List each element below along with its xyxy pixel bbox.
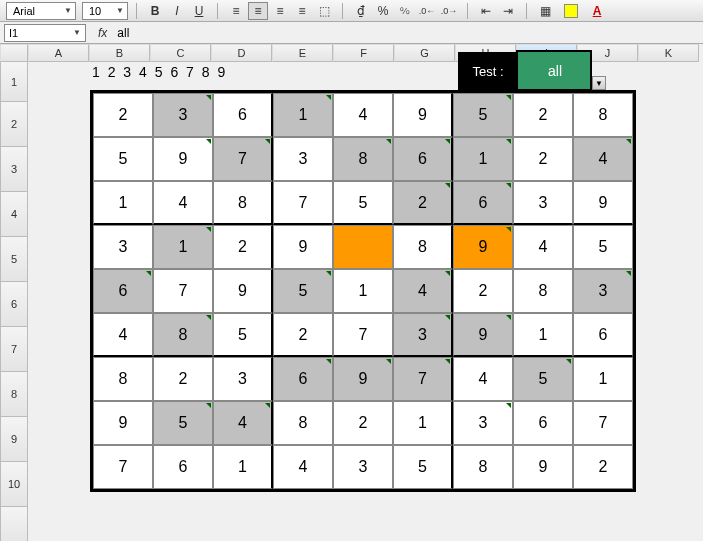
sudoku-cell[interactable]: 2 [273,313,333,357]
sudoku-cell[interactable]: 5 [573,225,633,269]
increase-indent-button[interactable]: ⇥ [498,2,518,20]
sudoku-cell[interactable]: 9 [393,93,453,137]
sudoku-cell[interactable]: 8 [213,181,273,225]
sudoku-cell[interactable]: 9 [513,445,573,489]
sudoku-cell[interactable]: 7 [213,137,273,181]
sudoku-cell[interactable]: 8 [333,137,393,181]
sudoku-cell[interactable]: 9 [153,137,213,181]
sudoku-cell[interactable]: 9 [573,181,633,225]
standard-button[interactable]: ⁰⁄₀ [395,2,415,20]
column-header[interactable]: F [333,44,394,62]
select-all-corner[interactable] [0,44,28,62]
row-header[interactable]: 10 [0,462,28,507]
column-header[interactable]: E [272,44,333,62]
column-header[interactable]: B [89,44,150,62]
add-decimal-button[interactable]: .0← [417,2,437,20]
row-header[interactable]: 7 [0,327,28,372]
remove-decimal-button[interactable]: .0→ [439,2,459,20]
sudoku-cell[interactable]: 8 [93,357,153,401]
validation-dropdown-arrow[interactable]: ▼ [592,76,606,90]
italic-button[interactable]: I [167,2,187,20]
row-header[interactable] [0,507,28,541]
sudoku-cell[interactable]: 9 [273,225,333,269]
row-header[interactable]: 6 [0,282,28,327]
sudoku-cell[interactable]: 6 [93,269,153,313]
sudoku-cell[interactable]: 1 [513,313,573,357]
sudoku-cell[interactable]: 1 [273,93,333,137]
sudoku-cell[interactable]: 4 [273,445,333,489]
sudoku-cell[interactable]: 2 [513,93,573,137]
sudoku-cell[interactable]: 6 [513,401,573,445]
sudoku-cell[interactable]: 7 [93,445,153,489]
percent-button[interactable]: % [373,2,393,20]
sudoku-cell[interactable]: 6 [213,93,273,137]
column-header[interactable]: G [394,44,455,62]
font-name-combo[interactable]: Arial ▼ [6,2,76,20]
underline-button[interactable]: U [189,2,209,20]
column-header[interactable]: C [150,44,211,62]
sudoku-cell[interactable]: 8 [453,445,513,489]
sudoku-cell[interactable]: 3 [273,137,333,181]
sudoku-cell[interactable]: 3 [513,181,573,225]
test-value-cell[interactable]: all [518,52,592,90]
sudoku-cell[interactable]: 7 [333,313,393,357]
sudoku-cell[interactable]: 3 [333,445,393,489]
row-header[interactable]: 5 [0,237,28,282]
sudoku-cell[interactable]: 9 [453,225,513,269]
row-header[interactable]: 4 [0,192,28,237]
sudoku-cell[interactable]: 8 [153,313,213,357]
sudoku-cell[interactable]: 8 [273,401,333,445]
align-right-button[interactable]: ≡ [270,2,290,20]
name-box[interactable]: I1 ▼ [4,24,86,42]
sudoku-cell[interactable]: 5 [93,137,153,181]
sudoku-cell[interactable]: 5 [153,401,213,445]
sudoku-cell[interactable]: 5 [213,313,273,357]
sudoku-cell[interactable] [333,225,393,269]
sudoku-cell[interactable]: 6 [453,181,513,225]
sudoku-cell[interactable]: 6 [573,313,633,357]
sudoku-cell[interactable]: 2 [453,269,513,313]
sudoku-cell[interactable]: 1 [153,225,213,269]
font-size-combo[interactable]: 10 ▼ [82,2,128,20]
column-header[interactable]: A [28,44,89,62]
sudoku-cell[interactable]: 9 [453,313,513,357]
sudoku-cell[interactable]: 7 [153,269,213,313]
sudoku-cell[interactable]: 9 [333,357,393,401]
sudoku-cell[interactable]: 4 [153,181,213,225]
sudoku-cell[interactable]: 3 [453,401,513,445]
sudoku-cell[interactable]: 4 [453,357,513,401]
sudoku-cell[interactable]: 9 [213,269,273,313]
sudoku-cell[interactable]: 7 [573,401,633,445]
sudoku-cell[interactable]: 5 [453,93,513,137]
sudoku-cell[interactable]: 7 [273,181,333,225]
sudoku-cell[interactable]: 1 [393,401,453,445]
font-color-button[interactable]: A [587,2,607,20]
sudoku-cell[interactable]: 1 [333,269,393,313]
sudoku-cell[interactable]: 5 [513,357,573,401]
sudoku-cell[interactable]: 7 [393,357,453,401]
row-header[interactable]: 2 [0,102,28,147]
sudoku-cell[interactable]: 5 [333,181,393,225]
sudoku-cell[interactable]: 1 [573,357,633,401]
sudoku-cell[interactable]: 8 [573,93,633,137]
sudoku-cell[interactable]: 1 [93,181,153,225]
sudoku-cell[interactable]: 3 [93,225,153,269]
sudoku-cell[interactable]: 2 [333,401,393,445]
sudoku-cell[interactable]: 9 [93,401,153,445]
sudoku-cell[interactable]: 3 [393,313,453,357]
align-justify-button[interactable]: ≡ [292,2,312,20]
sudoku-cell[interactable]: 4 [333,93,393,137]
sudoku-cell[interactable]: 4 [573,137,633,181]
bold-button[interactable]: B [145,2,165,20]
sudoku-cell[interactable]: 1 [213,445,273,489]
column-header[interactable]: K [638,44,699,62]
sudoku-cell[interactable]: 3 [213,357,273,401]
sudoku-cell[interactable]: 6 [273,357,333,401]
sudoku-cell[interactable]: 2 [93,93,153,137]
sudoku-cell[interactable]: 2 [513,137,573,181]
sudoku-cell[interactable]: 8 [393,225,453,269]
row-header[interactable]: 9 [0,417,28,462]
row-header[interactable]: 8 [0,372,28,417]
decrease-indent-button[interactable]: ⇤ [476,2,496,20]
sudoku-cell[interactable]: 4 [93,313,153,357]
